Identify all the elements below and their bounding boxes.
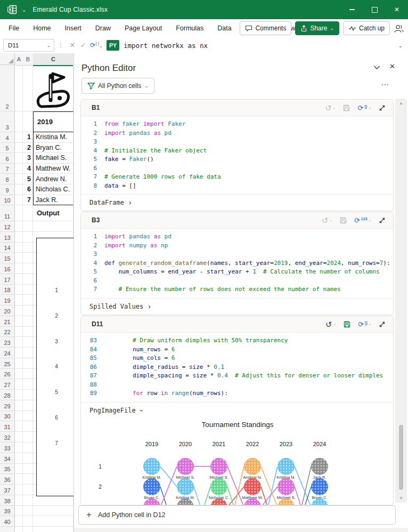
cell-B15[interactable] bbox=[23, 253, 33, 263]
row-header-18[interactable]: 18 bbox=[0, 285, 15, 295]
row-header-36[interactable]: 36 bbox=[0, 474, 15, 485]
cell-A18[interactable] bbox=[15, 285, 23, 295]
panel-scrollbar[interactable]: ▲ ▼ bbox=[395, 99, 407, 503]
output-toggle-D11[interactable]: PngImageFile› bbox=[81, 402, 393, 418]
formula-input[interactable]: import networkx as nx bbox=[124, 42, 208, 50]
cell-A32[interactable] bbox=[15, 432, 23, 442]
cell-A35[interactable] bbox=[15, 464, 23, 474]
python-cell-card-B3[interactable]: B3↺⌄⟳123⌄1import pandas as pd2import num… bbox=[80, 212, 394, 315]
people-icon[interactable] bbox=[394, 24, 404, 33]
python-cell-card-D11[interactable]: D11↺⌄⟳[]⌄83 # Draw uniform dimples with … bbox=[80, 316, 394, 505]
rank-cell-9[interactable]: 6 bbox=[23, 184, 33, 195]
cell-A20[interactable] bbox=[15, 305, 23, 316]
cell-A22[interactable] bbox=[15, 327, 23, 337]
row-header-7[interactable]: 7 bbox=[0, 164, 15, 174]
cell-B32[interactable] bbox=[23, 432, 33, 442]
row-header-21[interactable]: 21 bbox=[0, 316, 15, 327]
row-header-38[interactable]: 38 bbox=[0, 495, 15, 506]
player-name-cell-5[interactable]: Bryan C. bbox=[33, 143, 74, 154]
player-name-cell-4[interactable]: Kristina M. bbox=[33, 132, 74, 143]
cell-B29[interactable] bbox=[23, 400, 33, 411]
expand-cell-icon[interactable] bbox=[379, 217, 386, 224]
insert-python-icon[interactable]: ⟳{ }⌄ bbox=[88, 42, 104, 49]
row-header-3[interactable]: 3 bbox=[0, 111, 15, 132]
row-header-24[interactable]: 24 bbox=[0, 348, 15, 358]
player-name-cell-7[interactable]: Matthew W. bbox=[33, 164, 74, 174]
cell-A40[interactable] bbox=[15, 516, 23, 527]
cell-A5[interactable] bbox=[15, 143, 23, 154]
select-all-corner[interactable] bbox=[0, 53, 15, 65]
ribbon-tab-home[interactable]: Home bbox=[33, 25, 51, 32]
cell-A4[interactable] bbox=[15, 132, 23, 143]
row-header-11[interactable]: 11 bbox=[0, 205, 15, 221]
cell-A36[interactable] bbox=[15, 474, 23, 485]
embedded-figure-image[interactable]: 1234567 bbox=[36, 238, 74, 496]
row-header-13[interactable]: 13 bbox=[0, 232, 15, 243]
row-header-4[interactable]: 4 bbox=[0, 132, 15, 143]
row-header-12[interactable]: 12 bbox=[0, 221, 15, 232]
cell-A3[interactable] bbox=[15, 111, 23, 132]
cell-A7[interactable] bbox=[15, 164, 23, 174]
cell-B2[interactable] bbox=[23, 65, 33, 111]
row-header-2[interactable]: 2 bbox=[0, 65, 15, 111]
panel-close-icon[interactable]: ✕ bbox=[389, 62, 395, 70]
row-header-39[interactable]: 39 bbox=[0, 506, 15, 517]
excel-app-icon[interactable] bbox=[7, 5, 17, 14]
row-header-30[interactable]: 30 bbox=[0, 411, 15, 422]
catch-up-button[interactable]: Catch up bbox=[343, 21, 390, 35]
cell-A15[interactable] bbox=[15, 253, 23, 263]
minimize-button[interactable] bbox=[341, 0, 363, 19]
player-name-cell-9[interactable]: Nicholas C. bbox=[33, 184, 74, 195]
row-header-22[interactable]: 22 bbox=[0, 327, 15, 337]
save-icon[interactable] bbox=[344, 321, 350, 328]
ribbon-tab-draw[interactable]: Draw bbox=[95, 25, 111, 32]
cell-B16[interactable] bbox=[23, 263, 33, 274]
cell-C38[interactable] bbox=[33, 495, 74, 506]
row-header-34[interactable]: 34 bbox=[0, 453, 15, 464]
cell-A34[interactable] bbox=[15, 453, 23, 464]
undo-icon[interactable]: ↺⌄ bbox=[325, 104, 336, 112]
cell-A11[interactable] bbox=[15, 205, 23, 221]
cell-A17[interactable] bbox=[15, 274, 23, 285]
column-header-C[interactable]: C bbox=[33, 53, 74, 66]
ribbon-tab-data[interactable]: Data bbox=[217, 25, 231, 32]
column-header-A[interactable]: A bbox=[15, 53, 23, 66]
rank-cell-5[interactable]: 2 bbox=[23, 143, 33, 154]
cell-A9[interactable] bbox=[15, 184, 23, 195]
more-options-button[interactable]: ⋯ bbox=[381, 80, 390, 90]
row-header-6[interactable]: 6 bbox=[0, 153, 15, 164]
run-cell-icon[interactable]: ⟳{}⌄ bbox=[357, 104, 371, 111]
row-header-29[interactable]: 29 bbox=[0, 400, 15, 411]
quick-access-chevron-icon[interactable]: ⌄ bbox=[22, 7, 26, 13]
player-name-cell-8[interactable]: Andrew N. bbox=[33, 174, 74, 184]
cell-B28[interactable] bbox=[23, 390, 33, 400]
cell-C40[interactable] bbox=[33, 516, 74, 527]
row-header-10[interactable]: 10 bbox=[0, 195, 15, 206]
save-icon[interactable] bbox=[340, 217, 347, 224]
row-header-5[interactable]: 5 bbox=[0, 143, 15, 154]
scroll-up-icon[interactable]: ▲ bbox=[395, 101, 407, 106]
python-cell-card-B1[interactable]: B1↺⌄⟳{}⌄1from faker import Faker2import … bbox=[80, 99, 394, 211]
expand-formula-bar-icon[interactable]: ⌄ bbox=[398, 43, 403, 49]
cell-A41[interactable] bbox=[15, 527, 23, 532]
undo-icon[interactable]: ↺⌄ bbox=[322, 216, 332, 224]
cell-B37[interactable] bbox=[23, 485, 33, 495]
cell-A14[interactable] bbox=[15, 243, 23, 253]
cell-A6[interactable] bbox=[15, 153, 23, 164]
output-toggle-B3[interactable]: Spilled Values› bbox=[81, 298, 393, 315]
cell-A19[interactable] bbox=[15, 295, 23, 305]
rank-cell-4[interactable]: 1 bbox=[23, 132, 33, 143]
cancel-entry-icon[interactable]: ✕ bbox=[67, 42, 78, 49]
cell-B39[interactable] bbox=[23, 506, 33, 517]
share-button[interactable]: Share ⌄ bbox=[295, 21, 339, 35]
cell-B24[interactable] bbox=[23, 348, 33, 358]
row-header-41[interactable] bbox=[0, 527, 15, 532]
cell-B19[interactable] bbox=[23, 295, 33, 305]
row-header-25[interactable]: 25 bbox=[0, 358, 15, 369]
cell-B13[interactable] bbox=[23, 232, 33, 243]
cell-A38[interactable] bbox=[15, 495, 23, 506]
cell-B36[interactable] bbox=[23, 474, 33, 485]
output-label-cell[interactable]: Output bbox=[33, 205, 74, 221]
cell-B38[interactable] bbox=[23, 495, 33, 506]
cell-C39[interactable] bbox=[33, 506, 74, 517]
